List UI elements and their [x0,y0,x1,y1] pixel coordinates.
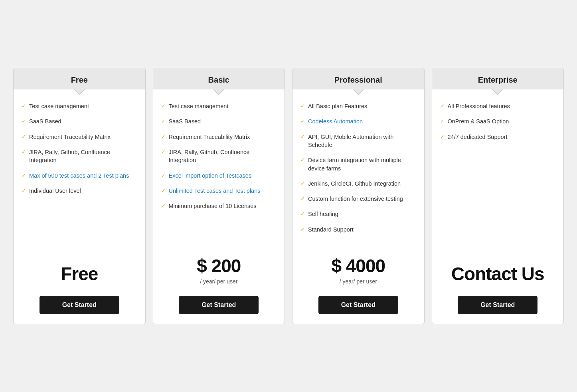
list-item: ✓Unlimited Test cases and Test plans [161,187,277,195]
list-item: ✓Requirement Traceability Matrix [161,133,277,141]
list-item: ✓API, GUI, Mobile Automation with Schedu… [300,133,416,149]
check-icon: ✓ [161,148,166,156]
list-item: ✓All Basic plan Features [300,102,416,110]
list-item: ✓Individual User level [22,187,137,195]
check-icon: ✓ [300,226,305,233]
plan-features-basic: ✓Test case management✓SaaS Based✓Require… [153,89,285,247]
feature-text: Minimum purchase of 10 Licenses [169,202,257,210]
plan-features-enterprise: ✓All Professional features✓OnPrem & SaaS… [432,89,564,255]
check-icon: ✓ [22,172,26,179]
plan-cta-enterprise: Get Started [432,289,564,324]
plan-price-free: Free [18,263,141,285]
check-icon: ✓ [440,103,445,110]
plan-cta-free: Get Started [14,289,145,324]
feature-text: All Professional features [448,102,510,110]
plan-price-enterprise: Contact Us [436,263,560,285]
check-icon: ✓ [440,118,445,125]
list-item: ✓Requirement Traceability Matrix [22,133,137,141]
plan-title-free: Free [14,68,145,89]
list-item: ✓Codeless Automation [300,117,416,125]
list-item: ✓Custom function for extensive testing [300,195,416,203]
plan-price-area-enterprise: Contact Us [432,255,564,289]
list-item: ✓Minimum purchase of 10 Licenses [161,202,277,210]
list-item: ✓Standard Support [300,226,416,234]
feature-text: Individual User level [29,187,81,195]
feature-text: Test case management [169,102,229,110]
feature-text: 24/7 dedicated Support [448,133,508,141]
list-item: ✓Jenkins, CircleCI, Github Integration [300,180,416,188]
check-icon: ✓ [22,118,26,125]
list-item: ✓All Professional features [440,102,556,110]
feature-text: Custom function for extensive testing [308,195,403,203]
plan-price-sub-basic: / year/ per user [157,278,281,285]
check-icon: ✓ [161,202,166,210]
get-started-button-enterprise[interactable]: Get Started [458,296,537,314]
list-item: ✓24/7 dedicated Support [440,133,556,141]
feature-text: Excel import option of Testcases [169,172,252,180]
check-icon: ✓ [161,118,166,125]
feature-text: Standard Support [308,226,354,234]
plan-card-basic: Basic✓Test case management✓SaaS Based✓Re… [153,68,285,324]
check-icon: ✓ [300,180,305,187]
feature-text: Max of 500 test cases and 2 Test plans [29,172,129,180]
check-icon: ✓ [440,133,445,141]
plan-price-basic: $ 200 [157,255,281,277]
feature-text: Jenkins, CircleCI, Github Integration [308,180,401,188]
list-item: ✓OnPrem & SaaS Option [440,117,556,125]
plan-features-free: ✓Test case management✓SaaS Based✓Require… [14,89,145,255]
plan-features-professional: ✓All Basic plan Features✓Codeless Automa… [292,89,424,247]
check-icon: ✓ [300,210,305,218]
feature-text: OnPrem & SaaS Option [448,117,509,125]
check-icon: ✓ [300,195,305,202]
check-icon: ✓ [161,187,166,194]
plan-price-area-professional: $ 4000/ year/ per user [292,247,424,289]
feature-text: Codeless Automation [308,117,363,125]
feature-text: Test case management [29,102,89,110]
plan-price-area-basic: $ 200/ year/ per user [153,247,285,289]
list-item: ✓Test case management [161,102,277,110]
plan-title-basic: Basic [153,68,285,89]
check-icon: ✓ [22,148,26,156]
feature-text: All Basic plan Features [308,102,367,110]
list-item: ✓Excel import option of Testcases [161,172,277,180]
plan-card-enterprise: Enterprise✓All Professional features✓OnP… [432,68,564,324]
check-icon: ✓ [22,103,26,110]
check-icon: ✓ [300,103,305,110]
feature-text: Requirement Traceability Matrix [29,133,111,141]
plan-cta-professional: Get Started [292,289,424,324]
list-item: ✓Device farm integration with multiple d… [300,156,416,172]
check-icon: ✓ [161,133,166,141]
list-item: ✓Test case management [22,102,137,110]
check-icon: ✓ [22,133,26,141]
check-icon: ✓ [300,156,305,164]
plan-card-professional: Professional✓All Basic plan Features✓Cod… [292,68,425,324]
list-item: ✓SaaS Based [22,117,137,125]
list-item: ✓Self healing [300,210,416,218]
plan-card-free: Free✓Test case management✓SaaS Based✓Req… [13,68,146,324]
list-item: ✓SaaS Based [161,117,277,125]
feature-text: Self healing [308,210,338,218]
get-started-button-basic[interactable]: Get Started [179,296,259,314]
feature-text: SaaS Based [29,117,61,125]
list-item: ✓Max of 500 test cases and 2 Test plans [22,172,137,180]
list-item: ✓JIRA, Rally, Github, Confluence Integra… [22,148,137,164]
feature-text: JIRA, Rally, Github, Confluence Integrat… [169,148,277,164]
plan-title-enterprise: Enterprise [432,68,564,89]
feature-text: SaaS Based [169,117,201,125]
check-icon: ✓ [161,103,166,110]
get-started-button-free[interactable]: Get Started [40,296,119,314]
check-icon: ✓ [300,133,305,141]
feature-text: Requirement Traceability Matrix [169,133,250,141]
plan-title-professional: Professional [292,68,424,89]
check-icon: ✓ [300,118,305,125]
plan-cta-basic: Get Started [153,289,285,324]
feature-text: API, GUI, Mobile Automation with Schedul… [308,133,416,149]
list-item: ✓JIRA, Rally, Github, Confluence Integra… [161,148,277,164]
plan-price-professional: $ 4000 [296,255,420,277]
check-icon: ✓ [161,172,166,179]
plan-price-area-free: Free [14,255,145,289]
check-icon: ✓ [22,187,26,194]
get-started-button-professional[interactable]: Get Started [318,296,398,314]
feature-text: JIRA, Rally, Github, Confluence Integrat… [29,148,137,164]
pricing-grid: Free✓Test case management✓SaaS Based✓Req… [13,68,564,324]
